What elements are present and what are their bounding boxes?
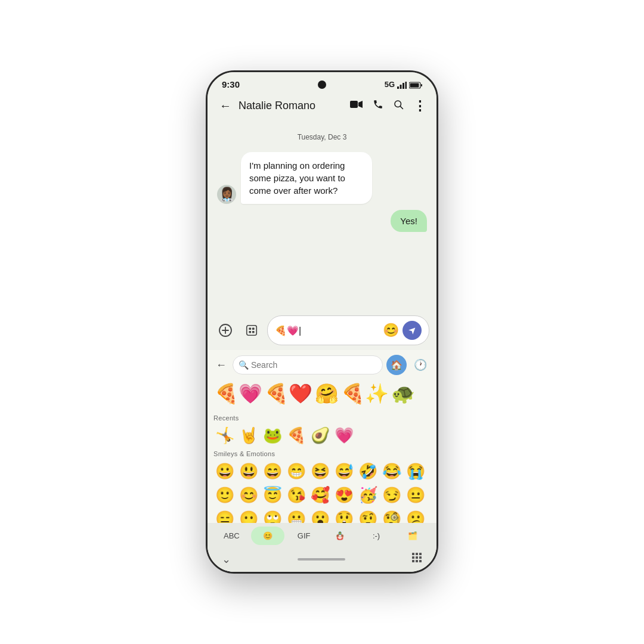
camera-notch — [318, 80, 326, 89]
emoji-party[interactable]: 🥳 — [357, 484, 379, 506]
emoji-home-button[interactable]: 🏠 — [386, 355, 407, 375]
emoji-smirk[interactable]: 😏 — [380, 484, 403, 506]
emoji-pizza[interactable]: 🍕 — [285, 424, 308, 447]
suggested-emoji-4[interactable]: 🍕✨ — [341, 382, 389, 405]
bubble-received: I'm planning on ordering some pizza, you… — [241, 152, 372, 204]
emoji-frog[interactable]: 🐸 — [261, 424, 284, 447]
emoji-open-mouth[interactable]: 😮 — [309, 507, 332, 523]
suggested-emoji-5[interactable]: 🐢 — [391, 382, 415, 405]
emoji-no-mouth[interactable]: 😶 — [237, 507, 260, 523]
nav-icons: ⋮ — [350, 98, 427, 114]
battery-icon — [409, 80, 422, 89]
top-nav: ← Natalie Romano ⋮ — [208, 92, 436, 121]
input-bar: 🍕💗| 😊 ➤ — [208, 311, 436, 350]
clip-icon: 🗂️ — [408, 531, 417, 540]
emoji-roll-eyes[interactable]: 🙄 — [261, 507, 284, 523]
send-button[interactable]: ➤ — [402, 321, 422, 340]
gif-label: GIF — [298, 531, 311, 540]
emoji-innocent[interactable]: 😇 — [261, 484, 284, 506]
clipboard-button[interactable] — [241, 320, 262, 341]
kb-mode-abc[interactable]: ABC — [215, 527, 249, 545]
emoji-heart[interactable]: 💗 — [333, 424, 355, 447]
emoji-grinning[interactable]: 😀 — [213, 460, 236, 482]
emoji-smiley[interactable]: 😃 — [237, 460, 260, 482]
smileys-grid: 😀 😃 😄 😁 😆 😅 🤣 😂 😭 🙂 😊 😇 😘 🥰 😍 🥳 😏 😐 😑 — [213, 460, 431, 523]
emoji-sweat-smile[interactable]: 😅 — [333, 460, 355, 482]
emoji-neutral[interactable]: 😐 — [404, 484, 427, 506]
status-icons: 5G — [385, 80, 422, 89]
emoji-blush[interactable]: 😊 — [237, 484, 260, 506]
emoji-monocle[interactable]: 🧐 — [380, 507, 403, 523]
emoji-raised-eyebrow[interactable]: 🤨 — [357, 507, 379, 523]
emoji-rock[interactable]: 🤘 — [237, 424, 260, 447]
suggested-emoji-2[interactable]: 🍕❤️ — [265, 382, 312, 405]
svg-rect-23 — [416, 556, 418, 559]
suggested-emoji-1[interactable]: 🍕💗 — [215, 382, 262, 405]
svg-rect-6 — [421, 84, 422, 86]
emoji-kiss[interactable]: 😘 — [285, 484, 308, 506]
phone-call-icon[interactable] — [373, 99, 383, 113]
kb-mode-emoji[interactable]: 😊 — [251, 527, 285, 545]
chat-area: Tuesday, Dec 3 👩🏾‍⚕️ I'm planning on ord… — [208, 121, 436, 311]
add-button[interactable] — [215, 320, 236, 341]
svg-rect-7 — [350, 101, 358, 108]
network-label: 5G — [385, 80, 395, 89]
grid-keyboard-icon[interactable] — [411, 552, 422, 566]
emoji-avocado[interactable]: 🥑 — [309, 424, 332, 447]
emoji-joy[interactable]: 😂 — [380, 460, 403, 482]
svg-rect-26 — [416, 560, 418, 562]
emoji-expressionless[interactable]: 😑 — [213, 507, 236, 523]
keyboard-bottom-bar: ⌄ — [208, 549, 436, 572]
more-options-icon[interactable]: ⋮ — [413, 98, 427, 114]
emoji-smile[interactable]: 😄 — [261, 460, 284, 482]
back-button[interactable]: ← — [217, 97, 234, 115]
emoji-mode-icon: 😊 — [263, 531, 273, 540]
emoji-rofl[interactable]: 🤣 — [357, 460, 379, 482]
emoji-button[interactable]: 😊 — [383, 323, 399, 338]
input-text: 🍕💗| — [275, 325, 379, 336]
suggested-emoji-3[interactable]: 🤗 — [315, 382, 339, 405]
emoji-confused[interactable]: 😕 — [404, 507, 427, 523]
svg-rect-3 — [405, 82, 407, 89]
emoticon-label: :-) — [373, 531, 380, 540]
emoji-picker: ← 🔍 🏠 🕐 🍕💗 🍕❤️ 🤗 🍕✨ 🐢 Recents 🤸 🤘 🐸 🍕 — [208, 350, 436, 572]
message-received: 👩🏾‍⚕️ I'm planning on ordering some pizz… — [217, 152, 427, 204]
emoji-back-button[interactable]: ← — [213, 357, 229, 374]
svg-rect-18 — [252, 331, 255, 333]
emoji-laughing[interactable]: 😆 — [309, 460, 332, 482]
svg-rect-22 — [412, 556, 414, 559]
kb-mode-emoticon[interactable]: :-) — [360, 527, 394, 545]
emoji-recent-button[interactable]: 🕐 — [410, 355, 431, 375]
emoji-grimacing[interactable]: 😬 — [285, 507, 308, 523]
search-magnifier-icon: 🔍 — [239, 360, 249, 370]
emoji-dancer[interactable]: 🤸 — [213, 424, 236, 447]
emoji-search-bar: ← 🔍 🏠 🕐 — [208, 350, 436, 380]
message-input-field[interactable]: 🍕💗| 😊 ➤ — [267, 315, 429, 345]
emoji-astonished[interactable]: 😲 — [333, 507, 355, 523]
emoji-heart-eyes-s[interactable]: 🥰 — [309, 484, 332, 506]
emoji-slightly-smiling[interactable]: 🙂 — [213, 484, 236, 506]
emoji-grin[interactable]: 😁 — [285, 460, 308, 482]
emoji-search-input[interactable] — [233, 355, 383, 374]
bottom-handle — [298, 558, 345, 561]
status-bar: 9:30 5G — [208, 72, 436, 92]
kb-mode-clip[interactable]: 🗂️ — [395, 527, 429, 545]
kb-mode-gif[interactable]: GIF — [287, 527, 321, 545]
emoji-cry[interactable]: 😭 — [404, 460, 427, 482]
contact-name: Natalie Romano — [239, 100, 345, 112]
svg-rect-24 — [419, 556, 422, 559]
svg-marker-8 — [358, 101, 363, 108]
emoji-sections: Recents 🤸 🤘 🐸 🍕 🥑 💗 Smileys & Emotions 😀… — [208, 410, 436, 523]
search-wrapper: 🔍 — [233, 355, 383, 374]
signal-icon — [397, 80, 407, 89]
abc-label: ABC — [224, 531, 240, 540]
message-sent: Yes! — [217, 210, 427, 232]
svg-rect-0 — [397, 86, 399, 89]
video-call-icon[interactable] — [350, 100, 363, 112]
kb-mode-sticker[interactable]: 🪆 — [323, 527, 357, 545]
chevron-down-icon[interactable]: ⌄ — [222, 553, 231, 566]
emoji-heart-eyes[interactable]: 😍 — [333, 484, 355, 506]
svg-rect-27 — [419, 560, 422, 562]
recents-grid: 🤸 🤘 🐸 🍕 🥑 💗 — [213, 424, 431, 447]
search-icon[interactable] — [393, 99, 404, 113]
